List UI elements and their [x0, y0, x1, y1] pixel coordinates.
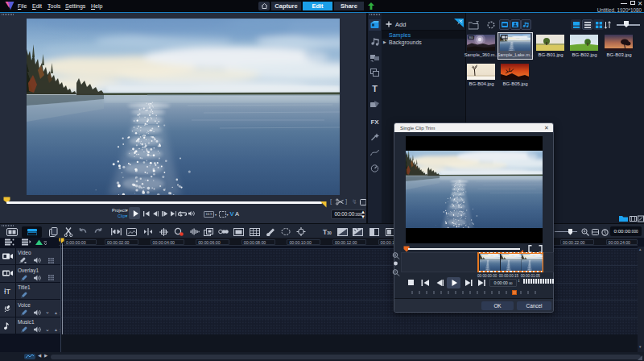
svg-text:360: 360	[469, 36, 473, 39]
svg-text:FX: FX	[370, 118, 379, 126]
svg-text:T: T	[372, 84, 378, 93]
svg-text:ƗT: ƗT	[4, 288, 11, 296]
